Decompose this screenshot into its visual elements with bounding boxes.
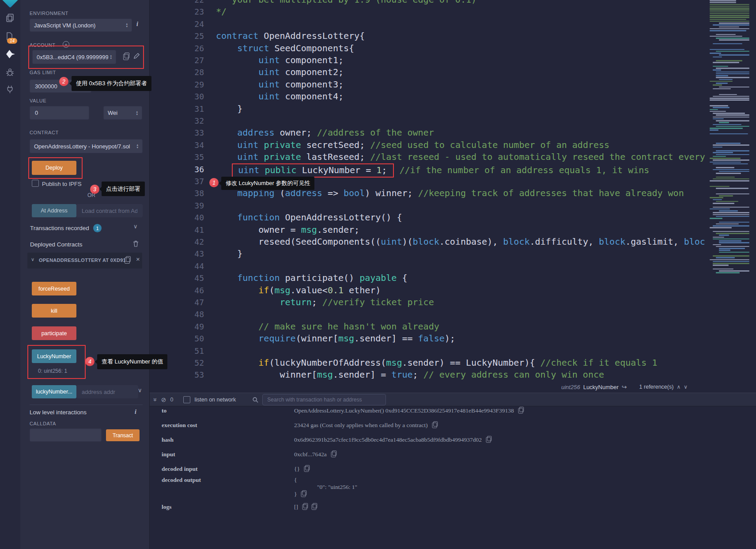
code-line[interactable]: require(winner[msg.sender] == false); — [216, 333, 455, 345]
line-number: 46 — [167, 284, 204, 296]
minimap-row — [713, 239, 749, 240]
pending-tx-count: 0 — [170, 397, 174, 403]
copy-icon[interactable] — [486, 437, 491, 443]
chevron-down-icon[interactable]: ∨ — [31, 257, 34, 262]
next-reference-icon[interactable]: ∨ — [684, 384, 688, 390]
close-instance-icon[interactable]: × — [136, 255, 140, 263]
trash-icon[interactable] — [133, 240, 139, 249]
code-line[interactable]: winner[msg.sender] = true; // every addr… — [216, 369, 604, 381]
code-line[interactable]: struct SeedComponents{ — [216, 42, 354, 54]
copy-icon[interactable] — [331, 452, 336, 458]
minimap-row — [716, 51, 749, 52]
kill-button[interactable]: kill — [32, 304, 76, 318]
copy-icon[interactable] — [301, 492, 306, 497]
minimap-row — [719, 54, 749, 56]
code-line[interactable]: contract OpenAddressLottery{ — [216, 30, 365, 42]
code-line[interactable]: owner = msg.sender; — [216, 224, 359, 236]
minimap-row — [710, 49, 745, 50]
at-address-field[interactable] — [76, 204, 143, 217]
minimap[interactable] — [708, 0, 751, 381]
listen-network-checkbox[interactable] — [183, 396, 190, 403]
chevron-down-icon[interactable]: ∨ — [138, 387, 142, 394]
code-line[interactable]: // make sure he hasn't won already — [216, 321, 439, 333]
line-number: 51 — [167, 345, 204, 357]
minimap-row — [719, 87, 749, 88]
transact-button[interactable]: Transact — [106, 429, 140, 441]
code-line[interactable]: if(msg.value<0.1 ether) — [216, 284, 381, 296]
line-number: 30 — [167, 91, 204, 102]
edit-account-icon[interactable] — [133, 53, 140, 61]
value-unit-select[interactable]: Wei ▴▾ — [103, 106, 142, 120]
debugger-icon[interactable] — [5, 67, 15, 78]
luckynumber-button[interactable]: LuckyNumber — [32, 349, 76, 363]
chevron-down-icon[interactable]: ∨ — [133, 223, 138, 230]
plugin-manager-icon[interactable] — [5, 85, 15, 96]
code-line[interactable]: uint component3; — [216, 79, 344, 91]
low-level-info-icon[interactable]: i — [135, 409, 136, 416]
calldata-field[interactable] — [30, 428, 102, 442]
copy-account-icon[interactable] — [123, 54, 129, 60]
minimap-row — [719, 171, 749, 172]
value-input[interactable] — [34, 109, 85, 117]
code-line[interactable]: function OpenAddressLottery() { — [216, 212, 402, 223]
address-arg-input[interactable] — [81, 388, 134, 396]
code-line[interactable]: return; //verify ticket price — [216, 296, 434, 308]
environment-select[interactable]: JavaScript VM (London) ▴▾ — [30, 19, 132, 32]
add-account-icon[interactable]: + — [63, 41, 69, 48]
code-line[interactable]: uint public LuckyNumber = 1; //if the nu… — [216, 163, 649, 175]
code-line[interactable]: your bet multiplied by 1.9 (house edge o… — [216, 0, 476, 6]
forcereseed-button[interactable]: forceReseed — [32, 282, 76, 295]
lucky-number-of-address-button[interactable]: luckyNumber... — [32, 385, 76, 398]
copy-instance-icon[interactable] — [125, 257, 130, 264]
participate-button[interactable]: participate — [32, 326, 76, 340]
minimap-row — [710, 15, 749, 16]
at-address-input[interactable] — [81, 207, 138, 215]
terminal-panel: » ⊘ 0 listen on network toOpenAddressLot… — [149, 393, 756, 549]
calldata-input[interactable] — [34, 432, 97, 439]
code-line[interactable]: if(luckyNumberOfAddress(msg.sender) == L… — [216, 357, 657, 369]
code-editor[interactable]: 2223242526272829303132333435363738394041… — [149, 0, 756, 381]
deployed-instance-header[interactable]: ∨ OPENADDRESSLOTTERY AT 0XD91 × — [27, 253, 142, 269]
goto-reference-icon[interactable]: ↪ — [622, 383, 627, 390]
code-line[interactable]: uint component2; — [216, 66, 344, 78]
code-lines[interactable]: your bet multiplied by 1.9 (house edge o… — [216, 0, 708, 381]
publish-ipfs-checkbox[interactable] — [32, 180, 39, 187]
address-arg-field[interactable] — [76, 385, 138, 398]
code-line[interactable]: } — [216, 103, 242, 115]
deploy-button[interactable]: Deploy — [32, 161, 76, 175]
minimap-row — [713, 118, 724, 120]
code-line[interactable]: } — [216, 248, 242, 260]
copy-icon[interactable] — [304, 466, 309, 472]
code-line[interactable]: reseed(SeedComponents((uint)(block.coinb… — [216, 236, 705, 248]
contract-select[interactable]: OpenAddressLottery - Honeypot/7.sol ▴▾ — [30, 139, 143, 153]
code-line[interactable]: uint component4; — [216, 91, 344, 102]
prev-reference-icon[interactable]: ∧ — [677, 384, 680, 390]
clear-console-icon[interactable]: ⊘ — [161, 396, 166, 403]
copy-icon[interactable] — [302, 504, 307, 510]
code-line[interactable]: uint private secretSeed; //seed used to … — [216, 139, 609, 151]
terminal-search-input[interactable] — [262, 394, 386, 405]
code-line[interactable]: address owner; //address of the owner — [216, 127, 434, 139]
minimap-row — [716, 173, 741, 174]
code-line[interactable]: uint component1; — [216, 54, 344, 66]
line-number: 34 — [167, 139, 204, 151]
copy-icon[interactable] — [518, 408, 523, 414]
account-select[interactable]: 0x5B3...eddC4 (99.9999999 ▴▾ — [32, 50, 116, 64]
expand-terminal-icon[interactable]: » — [152, 398, 159, 401]
minimap-row — [716, 177, 735, 178]
code-line[interactable]: uint private lastReseed; //last reseed -… — [216, 151, 705, 163]
minimap-row — [713, 124, 741, 125]
minimap-row — [719, 210, 738, 212]
references-count: 1 reference(s) — [639, 384, 674, 390]
deploy-run-icon[interactable] — [5, 49, 15, 61]
code-line[interactable]: */ — [216, 6, 227, 18]
minimap-row — [710, 11, 749, 13]
copy-icon[interactable] — [432, 423, 437, 428]
at-address-button[interactable]: At Address — [32, 204, 76, 217]
file-explorer-icon[interactable] — [5, 13, 15, 24]
copy-icon[interactable] — [312, 504, 317, 510]
code-line[interactable]: function participate() payable { — [216, 272, 408, 284]
value-field[interactable] — [30, 106, 89, 120]
minimap-row — [713, 24, 749, 26]
environment-info-icon[interactable]: i — [136, 21, 138, 28]
